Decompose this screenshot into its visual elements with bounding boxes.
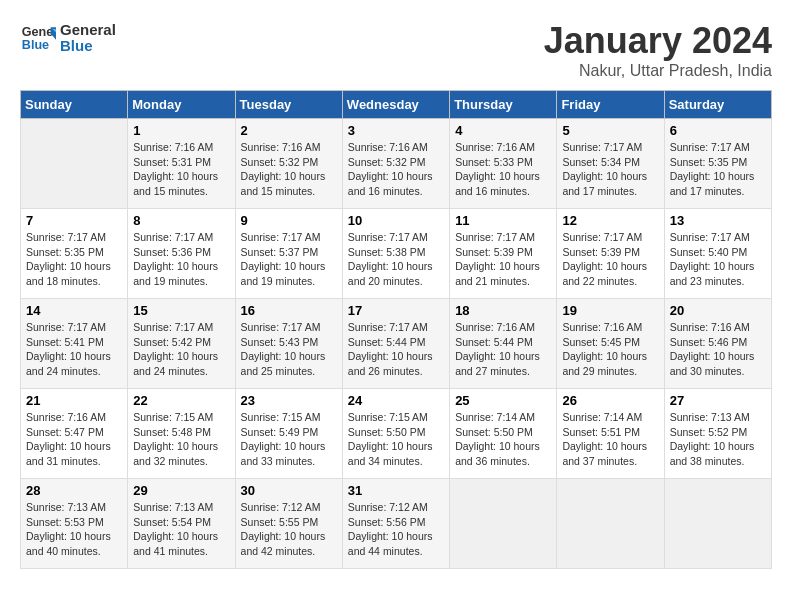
day-cell: 11Sunrise: 7:17 AMSunset: 5:39 PMDayligh… [450, 209, 557, 299]
day-number: 18 [455, 303, 551, 318]
day-cell: 6Sunrise: 7:17 AMSunset: 5:35 PMDaylight… [664, 119, 771, 209]
week-row-4: 21Sunrise: 7:16 AMSunset: 5:47 PMDayligh… [21, 389, 772, 479]
day-number: 9 [241, 213, 337, 228]
day-info: Sunrise: 7:17 AMSunset: 5:34 PMDaylight:… [562, 140, 658, 199]
day-number: 7 [26, 213, 122, 228]
day-number: 26 [562, 393, 658, 408]
day-info: Sunrise: 7:13 AMSunset: 5:54 PMDaylight:… [133, 500, 229, 559]
week-row-1: 1Sunrise: 7:16 AMSunset: 5:31 PMDaylight… [21, 119, 772, 209]
page-header: General Blue General Blue January 2024 N… [20, 20, 772, 80]
day-cell: 23Sunrise: 7:15 AMSunset: 5:49 PMDayligh… [235, 389, 342, 479]
day-number: 24 [348, 393, 444, 408]
day-cell: 26Sunrise: 7:14 AMSunset: 5:51 PMDayligh… [557, 389, 664, 479]
day-number: 3 [348, 123, 444, 138]
day-info: Sunrise: 7:17 AMSunset: 5:40 PMDaylight:… [670, 230, 766, 289]
day-info: Sunrise: 7:17 AMSunset: 5:39 PMDaylight:… [455, 230, 551, 289]
day-number: 10 [348, 213, 444, 228]
location-label: Nakur, Uttar Pradesh, India [544, 62, 772, 80]
weekday-header-sunday: Sunday [21, 91, 128, 119]
day-info: Sunrise: 7:16 AMSunset: 5:45 PMDaylight:… [562, 320, 658, 379]
day-cell: 27Sunrise: 7:13 AMSunset: 5:52 PMDayligh… [664, 389, 771, 479]
day-number: 6 [670, 123, 766, 138]
day-cell [664, 479, 771, 569]
logo: General Blue General Blue [20, 20, 116, 56]
logo-icon: General Blue [20, 20, 56, 56]
day-info: Sunrise: 7:17 AMSunset: 5:41 PMDaylight:… [26, 320, 122, 379]
day-cell: 5Sunrise: 7:17 AMSunset: 5:34 PMDaylight… [557, 119, 664, 209]
day-cell: 8Sunrise: 7:17 AMSunset: 5:36 PMDaylight… [128, 209, 235, 299]
day-number: 30 [241, 483, 337, 498]
day-number: 5 [562, 123, 658, 138]
day-info: Sunrise: 7:12 AMSunset: 5:55 PMDaylight:… [241, 500, 337, 559]
day-number: 29 [133, 483, 229, 498]
day-number: 13 [670, 213, 766, 228]
title-section: January 2024 Nakur, Uttar Pradesh, India [544, 20, 772, 80]
day-info: Sunrise: 7:17 AMSunset: 5:44 PMDaylight:… [348, 320, 444, 379]
day-info: Sunrise: 7:17 AMSunset: 5:38 PMDaylight:… [348, 230, 444, 289]
day-info: Sunrise: 7:17 AMSunset: 5:35 PMDaylight:… [670, 140, 766, 199]
day-info: Sunrise: 7:14 AMSunset: 5:50 PMDaylight:… [455, 410, 551, 469]
day-cell [450, 479, 557, 569]
weekday-header-row: SundayMondayTuesdayWednesdayThursdayFrid… [21, 91, 772, 119]
day-info: Sunrise: 7:16 AMSunset: 5:32 PMDaylight:… [241, 140, 337, 199]
day-info: Sunrise: 7:16 AMSunset: 5:47 PMDaylight:… [26, 410, 122, 469]
day-info: Sunrise: 7:13 AMSunset: 5:53 PMDaylight:… [26, 500, 122, 559]
day-cell: 21Sunrise: 7:16 AMSunset: 5:47 PMDayligh… [21, 389, 128, 479]
day-cell: 28Sunrise: 7:13 AMSunset: 5:53 PMDayligh… [21, 479, 128, 569]
day-cell [21, 119, 128, 209]
day-info: Sunrise: 7:17 AMSunset: 5:42 PMDaylight:… [133, 320, 229, 379]
day-info: Sunrise: 7:17 AMSunset: 5:39 PMDaylight:… [562, 230, 658, 289]
weekday-header-friday: Friday [557, 91, 664, 119]
week-row-2: 7Sunrise: 7:17 AMSunset: 5:35 PMDaylight… [21, 209, 772, 299]
day-number: 22 [133, 393, 229, 408]
week-row-5: 28Sunrise: 7:13 AMSunset: 5:53 PMDayligh… [21, 479, 772, 569]
day-cell: 18Sunrise: 7:16 AMSunset: 5:44 PMDayligh… [450, 299, 557, 389]
svg-text:Blue: Blue [22, 38, 49, 52]
day-cell: 12Sunrise: 7:17 AMSunset: 5:39 PMDayligh… [557, 209, 664, 299]
day-info: Sunrise: 7:16 AMSunset: 5:33 PMDaylight:… [455, 140, 551, 199]
day-number: 1 [133, 123, 229, 138]
day-number: 16 [241, 303, 337, 318]
day-cell: 13Sunrise: 7:17 AMSunset: 5:40 PMDayligh… [664, 209, 771, 299]
day-info: Sunrise: 7:15 AMSunset: 5:49 PMDaylight:… [241, 410, 337, 469]
week-row-3: 14Sunrise: 7:17 AMSunset: 5:41 PMDayligh… [21, 299, 772, 389]
day-number: 14 [26, 303, 122, 318]
day-info: Sunrise: 7:15 AMSunset: 5:48 PMDaylight:… [133, 410, 229, 469]
day-cell: 9Sunrise: 7:17 AMSunset: 5:37 PMDaylight… [235, 209, 342, 299]
day-cell: 19Sunrise: 7:16 AMSunset: 5:45 PMDayligh… [557, 299, 664, 389]
day-cell: 17Sunrise: 7:17 AMSunset: 5:44 PMDayligh… [342, 299, 449, 389]
day-number: 31 [348, 483, 444, 498]
day-cell [557, 479, 664, 569]
day-cell: 2Sunrise: 7:16 AMSunset: 5:32 PMDaylight… [235, 119, 342, 209]
day-number: 27 [670, 393, 766, 408]
day-cell: 24Sunrise: 7:15 AMSunset: 5:50 PMDayligh… [342, 389, 449, 479]
day-cell: 14Sunrise: 7:17 AMSunset: 5:41 PMDayligh… [21, 299, 128, 389]
day-cell: 3Sunrise: 7:16 AMSunset: 5:32 PMDaylight… [342, 119, 449, 209]
day-number: 11 [455, 213, 551, 228]
day-info: Sunrise: 7:12 AMSunset: 5:56 PMDaylight:… [348, 500, 444, 559]
day-info: Sunrise: 7:16 AMSunset: 5:44 PMDaylight:… [455, 320, 551, 379]
calendar-table: SundayMondayTuesdayWednesdayThursdayFrid… [20, 90, 772, 569]
day-info: Sunrise: 7:16 AMSunset: 5:32 PMDaylight:… [348, 140, 444, 199]
day-cell: 10Sunrise: 7:17 AMSunset: 5:38 PMDayligh… [342, 209, 449, 299]
day-cell: 31Sunrise: 7:12 AMSunset: 5:56 PMDayligh… [342, 479, 449, 569]
weekday-header-thursday: Thursday [450, 91, 557, 119]
day-number: 4 [455, 123, 551, 138]
day-number: 12 [562, 213, 658, 228]
weekday-header-wednesday: Wednesday [342, 91, 449, 119]
day-info: Sunrise: 7:13 AMSunset: 5:52 PMDaylight:… [670, 410, 766, 469]
day-number: 2 [241, 123, 337, 138]
logo-line1: General [60, 22, 116, 39]
day-number: 21 [26, 393, 122, 408]
day-number: 17 [348, 303, 444, 318]
day-cell: 4Sunrise: 7:16 AMSunset: 5:33 PMDaylight… [450, 119, 557, 209]
day-cell: 7Sunrise: 7:17 AMSunset: 5:35 PMDaylight… [21, 209, 128, 299]
day-cell: 1Sunrise: 7:16 AMSunset: 5:31 PMDaylight… [128, 119, 235, 209]
day-cell: 25Sunrise: 7:14 AMSunset: 5:50 PMDayligh… [450, 389, 557, 479]
weekday-header-saturday: Saturday [664, 91, 771, 119]
day-cell: 15Sunrise: 7:17 AMSunset: 5:42 PMDayligh… [128, 299, 235, 389]
day-info: Sunrise: 7:17 AMSunset: 5:36 PMDaylight:… [133, 230, 229, 289]
weekday-header-monday: Monday [128, 91, 235, 119]
logo-line2: Blue [60, 38, 116, 55]
day-number: 25 [455, 393, 551, 408]
